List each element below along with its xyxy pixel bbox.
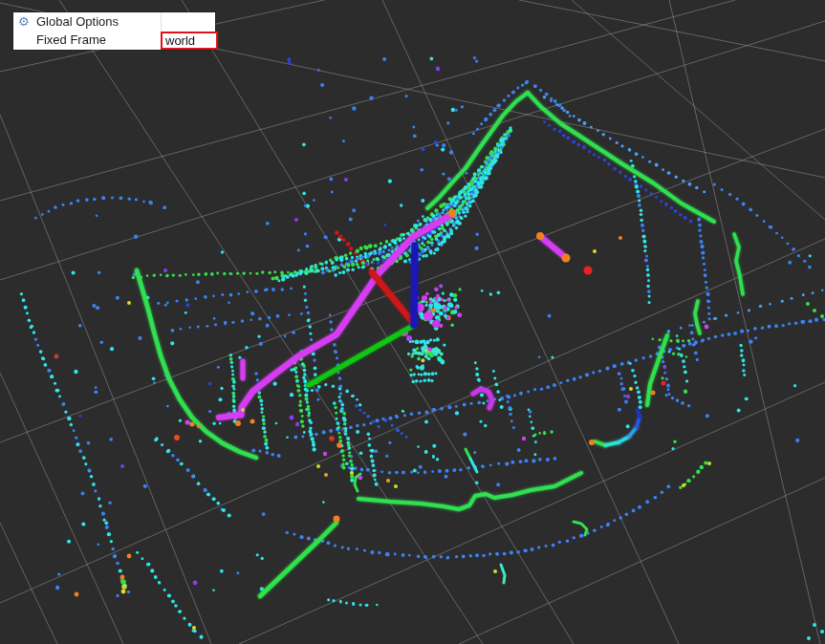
3d-viewport[interactable] [0,0,825,644]
displays-panel: ⚙ Global Options Fixed Frame world [13,12,215,50]
global-options-row[interactable]: ⚙ Global Options [13,12,215,31]
global-options-label: Global Options [36,12,119,31]
rviz-window: ⚙ Global Options Fixed Frame world [0,0,825,644]
fixed-frame-value[interactable]: world [161,32,218,50]
fixed-frame-row[interactable]: Fixed Frame world [13,31,215,49]
gear-icon: ⚙ [18,12,33,31]
fixed-frame-label: Fixed Frame [36,31,106,49]
